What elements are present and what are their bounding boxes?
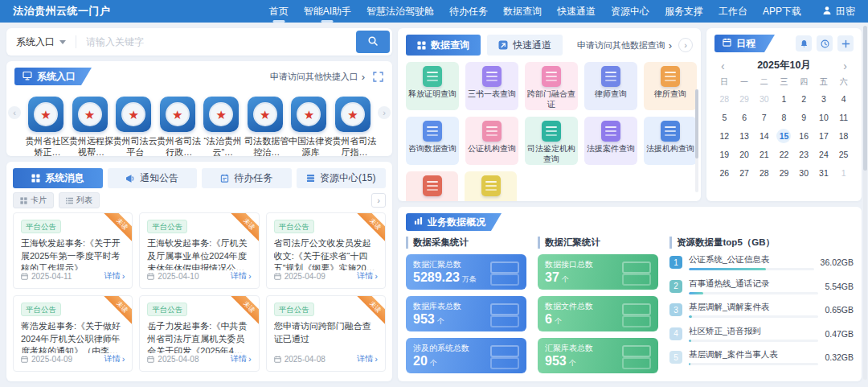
calendar-day[interactable]: 25: [833, 145, 854, 163]
calendar-day[interactable]: 4: [833, 89, 854, 108]
search-button[interactable]: [356, 31, 390, 53]
tab-data-query[interactable]: 数据查询: [406, 35, 481, 56]
message-card[interactable]: 平台公告 王海钦发起事务:《关于开展2025年第一季度平时考核的工作提示》 20…: [13, 212, 133, 289]
system-entry[interactable]: ★ 贵州省司法厅指…: [331, 97, 375, 156]
prev-month-button[interactable]: ‹: [718, 60, 728, 72]
message-card[interactable]: 平台公告 王海钦发起事务:《厅机关及厅属事业单位2024年度未休年休假申报情况公…: [139, 212, 259, 289]
system-entry[interactable]: ★ 中国法律资源库: [287, 97, 330, 156]
calendar-day[interactable]: 13: [735, 126, 755, 145]
detail-link[interactable]: 详情: [357, 270, 378, 282]
calendar-day[interactable]: 14: [754, 126, 774, 145]
calendar-day[interactable]: 29: [774, 163, 794, 182]
tab-notices[interactable]: 通知公告: [108, 168, 198, 188]
system-entry[interactable]: ★ “法治贵州云”…: [199, 97, 243, 156]
calendar-day[interactable]: 1: [833, 163, 854, 182]
message-card[interactable]: 平台公告 岳子力发起事务:《中共贵州省司法厅直属机关委员会关于印发《2025年4…: [139, 295, 259, 372]
entry-more-link[interactable]: 申请访问其他快捷入口: [270, 71, 365, 83]
nav-item[interactable]: 快速通道: [557, 5, 596, 19]
bell-icon[interactable]: [796, 35, 812, 51]
calendar-day[interactable]: 28: [754, 163, 774, 182]
calendar-day[interactable]: 11: [833, 108, 854, 126]
message-card[interactable]: 平台公告 您申请访问跨部门融合查证已通过 2025-04-08 详情 未读: [266, 295, 386, 372]
calendar-day[interactable]: 18: [833, 126, 854, 145]
search-category-select[interactable]: 系统入口: [16, 35, 66, 49]
query-tile[interactable]: 法援案件查询: [584, 117, 637, 165]
calendar-day[interactable]: 2: [794, 89, 814, 108]
message-card[interactable]: 平台公告 省司法厅公文收发员发起收文:《关于征求省“十四五”规划《纲要》实施20…: [266, 212, 386, 289]
detail-link[interactable]: 详情: [231, 270, 252, 282]
nav-item[interactable]: 首页: [269, 5, 289, 19]
tab-quick-channel[interactable]: 快速通道: [487, 35, 563, 56]
nav-item[interactable]: 智慧法治驾驶舱: [366, 5, 434, 19]
calendar-day[interactable]: 20: [735, 145, 755, 163]
detail-link[interactable]: 详情: [231, 353, 252, 364]
calendar-day[interactable]: 17: [814, 126, 834, 145]
calendar-day[interactable]: 30: [754, 89, 774, 108]
calendar-day[interactable]: 6: [735, 108, 755, 126]
calendar-day[interactable]: 9: [794, 108, 814, 126]
tab-resource-center[interactable]: 资源中心(15): [297, 168, 387, 188]
nav-item[interactable]: 智能AI助手: [304, 5, 351, 19]
calendar-day[interactable]: 28: [714, 89, 735, 108]
user-menu[interactable]: 田密: [822, 5, 855, 19]
calendar-day[interactable]: 26: [714, 163, 735, 182]
cards-next-button[interactable]: ›: [371, 193, 386, 208]
system-entry[interactable]: ★ 贵州省司法行政…: [156, 97, 199, 156]
clock-icon[interactable]: [817, 35, 833, 51]
query-tile[interactable]: 释放证明查询: [406, 62, 459, 110]
tab-system-messages[interactable]: 系统消息: [13, 168, 103, 188]
system-entry[interactable]: ★ 贵州省社区矫正…: [24, 97, 68, 156]
calendar-day[interactable]: 3: [814, 89, 834, 108]
nav-item[interactable]: APP下载: [763, 5, 801, 19]
query-tile[interactable]: 法援机构查询: [644, 117, 697, 165]
query-scrollbar[interactable]: [695, 89, 698, 192]
query-tile[interactable]: 公证机构查询: [465, 117, 518, 165]
query-next-button[interactable]: ›: [678, 38, 693, 52]
query-more-link[interactable]: 申请访问其他数据查询: [577, 39, 672, 51]
detail-link[interactable]: 详情: [357, 353, 378, 364]
calendar-day[interactable]: 27: [735, 163, 755, 182]
nav-item[interactable]: 资源中心: [611, 5, 649, 19]
query-tile[interactable]: 律师查询: [584, 62, 637, 110]
query-tile[interactable]: 三书一表查询: [465, 62, 518, 110]
tab-todo-tasks[interactable]: 待办任务: [202, 168, 292, 188]
nav-item[interactable]: 待办任务: [449, 5, 488, 19]
calendar-day[interactable]: 1: [774, 89, 794, 108]
query-tile[interactable]: [406, 171, 458, 201]
calendar-day[interactable]: 7: [754, 108, 774, 126]
nav-item[interactable]: 服务支撑: [665, 5, 703, 19]
page-scrollbar[interactable]: [863, 26, 867, 380]
nav-item[interactable]: 数据查询: [503, 5, 542, 19]
search-input[interactable]: [86, 36, 356, 47]
calendar-day[interactable]: 23: [794, 145, 814, 163]
calendar-day[interactable]: 10: [814, 108, 834, 126]
calendar-day[interactable]: 30: [794, 163, 814, 182]
next-month-button[interactable]: ›: [840, 60, 850, 72]
calendar-day[interactable]: 24: [814, 145, 834, 163]
calendar-day[interactable]: 31: [814, 163, 834, 182]
view-card-button[interactable]: 卡片: [13, 192, 54, 208]
query-tile[interactable]: 跨部门融合查证: [525, 62, 578, 110]
query-tile[interactable]: [465, 171, 517, 201]
calendar-day[interactable]: 19: [714, 145, 735, 163]
calendar-day[interactable]: 8: [774, 108, 794, 126]
calendar-day[interactable]: 16: [794, 126, 814, 145]
fullscreen-icon[interactable]: [371, 70, 384, 83]
query-tile[interactable]: 律所查询: [644, 62, 697, 110]
calendar-day[interactable]: 5: [714, 108, 735, 126]
plus-icon[interactable]: [837, 35, 854, 51]
calendar-day[interactable]: 21: [754, 145, 774, 163]
calendar-day[interactable]: 15: [774, 126, 794, 145]
detail-link[interactable]: 详情: [104, 353, 125, 364]
query-tile[interactable]: 司法鉴定机构查询: [525, 117, 578, 165]
system-entry[interactable]: ★ 贵州远程探视帮…: [68, 97, 112, 156]
nav-item[interactable]: 工作台: [719, 5, 747, 19]
calendar-day[interactable]: 22: [774, 145, 794, 163]
system-entry[interactable]: ★ 贵州司法云平台: [112, 97, 155, 156]
detail-link[interactable]: 详情: [104, 270, 125, 282]
system-entry[interactable]: ★ 司法数据管控治…: [244, 97, 287, 156]
query-tile[interactable]: 咨询数据查询: [406, 117, 459, 165]
calendar-day[interactable]: 12: [714, 126, 735, 145]
message-card[interactable]: 平台公告 蒋浩发起事务:《关于做好2024年厅机关公职律师年度考核的通知》（由李…: [13, 295, 133, 372]
view-list-button[interactable]: 列表: [59, 192, 100, 208]
